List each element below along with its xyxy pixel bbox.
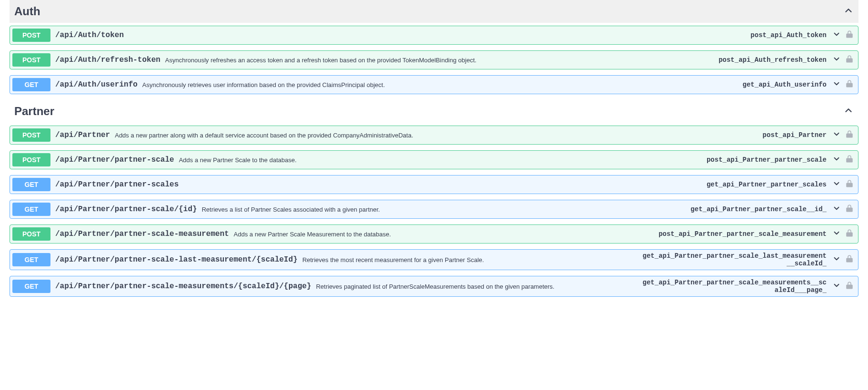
- chevron-down-icon[interactable]: [832, 55, 841, 65]
- lock-icon[interactable]: [846, 229, 853, 239]
- operation-summary: Adds a new Partner Scale to the database…: [179, 156, 702, 164]
- lock-icon[interactable]: [846, 254, 853, 265]
- operation-summary: Retrieves the most recent measurement fo…: [302, 256, 636, 263]
- http-method-badge: POST: [12, 227, 50, 241]
- section-title: Partner: [14, 105, 54, 118]
- operation-row[interactable]: GET/api/Auth/userinfoAsynchronously retr…: [10, 75, 858, 94]
- chevron-up-icon[interactable]: [843, 105, 854, 117]
- section-header-partner[interactable]: Partner: [10, 100, 858, 123]
- chevron-down-icon[interactable]: [832, 30, 841, 40]
- operation-path: /api/Partner/partner-scale-measurements/…: [55, 282, 311, 291]
- http-method-badge: GET: [12, 78, 50, 91]
- section-header-auth[interactable]: Auth: [10, 0, 858, 23]
- chevron-down-icon[interactable]: [832, 155, 841, 165]
- operation-id: post_api_Partner_partner_scale: [707, 156, 827, 164]
- operation-id: get_api_Partner_partner_scales: [707, 181, 827, 188]
- operation-id: post_api_Partner_partner_scale_measureme…: [658, 230, 827, 238]
- operation-id: post_api_Auth_token: [750, 31, 827, 39]
- operation-row[interactable]: GET/api/Partner/partner-scale-last-measu…: [10, 249, 858, 270]
- operations-list: POST/api/Auth/tokenpost_api_Auth_tokenPO…: [10, 26, 858, 94]
- chevron-down-icon[interactable]: [832, 254, 841, 265]
- operation-id: get_api_Auth_userinfo: [743, 81, 827, 88]
- operation-row[interactable]: POST/api/Partner/partner-scaleAdds a new…: [10, 150, 858, 169]
- chevron-down-icon[interactable]: [832, 204, 841, 214]
- http-method-badge: POST: [12, 153, 50, 166]
- chevron-down-icon[interactable]: [832, 229, 841, 239]
- operation-row[interactable]: POST/api/Auth/tokenpost_api_Auth_token: [10, 26, 858, 45]
- chevron-down-icon[interactable]: [832, 179, 841, 190]
- http-method-badge: POST: [12, 53, 50, 67]
- lock-icon[interactable]: [846, 155, 853, 165]
- lock-icon[interactable]: [846, 55, 853, 65]
- operations-list: POST/api/PartnerAdds a new partner along…: [10, 126, 858, 297]
- operation-row[interactable]: POST/api/Partner/partner-scale-measureme…: [10, 224, 858, 244]
- lock-icon[interactable]: [846, 281, 853, 292]
- operation-id: post_api_Auth_refresh_token: [718, 56, 827, 64]
- operation-summary: Retrieves a list of Partner Scales assoc…: [202, 206, 686, 213]
- operation-path: /api/Auth/token: [55, 31, 124, 39]
- operation-row[interactable]: POST/api/Auth/refresh-tokenAsynchronousl…: [10, 50, 858, 69]
- operation-path: /api/Partner/partner-scale/{id}: [55, 205, 197, 214]
- operation-summary: Adds a new partner along with a default …: [115, 132, 758, 139]
- operation-path: /api/Partner/partner-scale-measurement: [55, 230, 229, 238]
- operation-summary: Asynchronously refreshes an access token…: [165, 57, 714, 64]
- chevron-down-icon[interactable]: [832, 130, 841, 140]
- operation-path: /api/Partner: [55, 131, 110, 139]
- section-title: Auth: [14, 5, 40, 18]
- operation-id: get_api_Partner_partner_scale__id_: [690, 205, 827, 213]
- operation-path: /api/Auth/refresh-token: [55, 56, 160, 64]
- operation-summary: Adds a new Partner Scale Measurement to …: [234, 231, 654, 238]
- operation-summary: Asynchronously retrieves user informatio…: [142, 81, 738, 88]
- operation-path: /api/Partner/partner-scale-last-measurem…: [55, 255, 298, 264]
- operation-id: get_api_Partner_partner_scale_last_measu…: [641, 252, 827, 267]
- lock-icon[interactable]: [846, 179, 853, 190]
- http-method-badge: GET: [12, 203, 50, 216]
- operation-summary: Retrieves paginated list of PartnerScale…: [316, 283, 636, 290]
- lock-icon[interactable]: [846, 30, 853, 40]
- lock-icon[interactable]: [846, 79, 853, 90]
- operation-row[interactable]: GET/api/Partner/partner-scale/{id}Retrie…: [10, 200, 858, 219]
- lock-icon[interactable]: [846, 130, 853, 140]
- operation-row[interactable]: GET/api/Partner/partner-scalesget_api_Pa…: [10, 175, 858, 194]
- http-method-badge: GET: [12, 280, 50, 293]
- chevron-down-icon[interactable]: [832, 281, 841, 292]
- chevron-up-icon[interactable]: [843, 5, 854, 18]
- operation-id: post_api_Partner: [763, 131, 827, 139]
- http-method-badge: POST: [12, 29, 50, 42]
- operation-row[interactable]: GET/api/Partner/partner-scale-measuremen…: [10, 276, 858, 297]
- operation-path: /api/Partner/partner-scales: [55, 180, 179, 189]
- operation-id: get_api_Partner_partner_scale_measuremen…: [641, 279, 827, 294]
- lock-icon[interactable]: [846, 204, 853, 214]
- http-method-badge: GET: [12, 178, 50, 191]
- operation-row[interactable]: POST/api/PartnerAdds a new partner along…: [10, 126, 858, 145]
- http-method-badge: POST: [12, 128, 50, 142]
- http-method-badge: GET: [12, 253, 50, 266]
- operation-path: /api/Auth/userinfo: [55, 80, 138, 89]
- operation-path: /api/Partner/partner-scale: [55, 156, 174, 164]
- chevron-down-icon[interactable]: [832, 79, 841, 90]
